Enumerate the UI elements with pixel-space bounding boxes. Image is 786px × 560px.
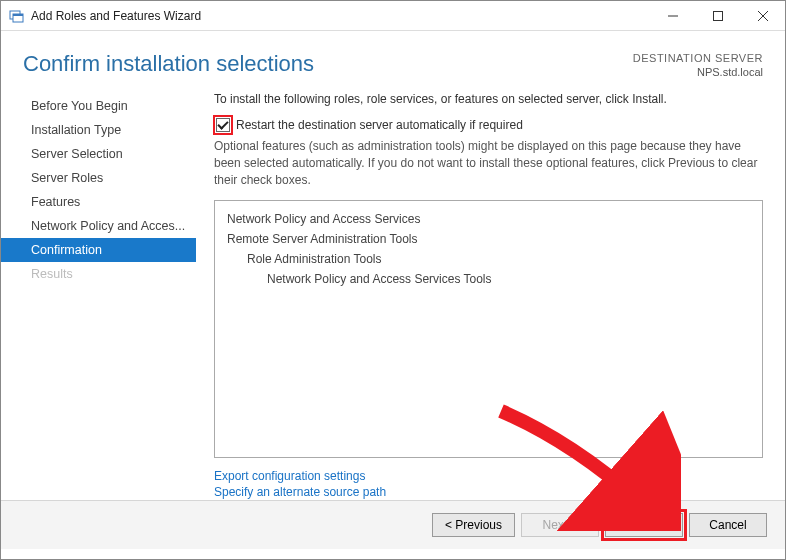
optional-features-text: Optional features (such as administratio… [214,138,763,190]
svg-rect-4 [713,11,722,20]
main-panel: To install the following roles, role ser… [196,90,785,500]
page-title: Confirm installation selections [23,51,633,77]
maximize-button[interactable] [695,1,740,30]
sidebar-item-5[interactable]: Network Policy and Acces... [1,214,196,238]
minimize-button[interactable] [650,1,695,30]
selection-item-1: Remote Server Administration Tools [227,229,750,249]
cancel-button[interactable]: Cancel [689,513,767,537]
titlebar: Add Roles and Features Wizard [1,1,785,31]
selection-item-2: Role Administration Tools [227,249,750,269]
selections-listbox[interactable]: Network Policy and Access ServicesRemote… [214,200,763,458]
sidebar-item-0[interactable]: Before You Begin [1,94,196,118]
next-button: Next > [521,513,599,537]
close-button[interactable] [740,1,785,30]
server-info: DESTINATION SERVER NPS.std.local [633,51,763,80]
app-icon [9,8,25,24]
previous-button[interactable]: < Previous [432,513,515,537]
footer: < Previous Next > Install Cancel [1,500,785,549]
selection-item-3: Network Policy and Access Services Tools [227,269,750,289]
action-links: Export configuration settings Specify an… [214,468,763,500]
restart-checkbox-row[interactable]: Restart the destination server automatic… [214,118,763,132]
page-header: Confirm installation selections DESTINAT… [1,31,785,90]
sidebar-item-4[interactable]: Features [1,190,196,214]
svg-rect-2 [13,14,23,16]
alt-source-link[interactable]: Specify an alternate source path [214,484,763,500]
dest-server-name: NPS.std.local [633,65,763,79]
export-config-link[interactable]: Export configuration settings [214,468,763,484]
sidebar: Before You BeginInstallation TypeServer … [1,90,196,500]
restart-checkbox[interactable] [216,118,230,132]
sidebar-item-3[interactable]: Server Roles [1,166,196,190]
sidebar-item-7: Results [1,262,196,286]
sidebar-item-2[interactable]: Server Selection [1,142,196,166]
window-title: Add Roles and Features Wizard [31,9,650,23]
intro-text: To install the following roles, role ser… [214,92,763,106]
dest-server-label: DESTINATION SERVER [633,51,763,65]
selection-item-0: Network Policy and Access Services [227,209,750,229]
restart-checkbox-label: Restart the destination server automatic… [236,118,523,132]
install-button[interactable]: Install [605,513,683,537]
sidebar-item-6[interactable]: Confirmation [1,238,196,262]
wizard-body: Before You BeginInstallation TypeServer … [1,90,785,500]
sidebar-item-1[interactable]: Installation Type [1,118,196,142]
